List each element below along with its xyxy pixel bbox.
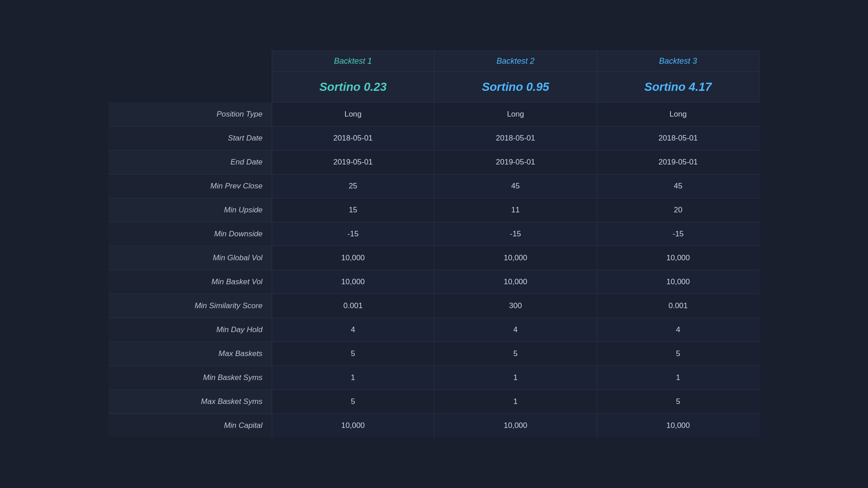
row-value-6-2: 10,000 <box>597 246 759 270</box>
table-row: Start Date2018-05-012018-05-012018-05-01 <box>108 127 760 150</box>
row-value-4-1: 11 <box>434 198 597 222</box>
sortino-row: Sortino 0.23 Sortino 0.95 Sortino 4.17 <box>108 72 760 103</box>
table-row: Max Basket Syms515 <box>108 390 760 414</box>
backtest-2-header: Backtest 2 <box>434 51 597 72</box>
row-value-9-0: 4 <box>272 318 434 342</box>
row-value-6-0: 10,000 <box>272 246 434 270</box>
table-row: Min Day Hold444 <box>108 318 760 342</box>
row-value-0-0: Long <box>272 103 434 127</box>
row-value-12-2: 5 <box>597 390 759 414</box>
row-value-1-1: 2018-05-01 <box>434 127 597 150</box>
row-value-11-0: 1 <box>272 366 434 390</box>
row-value-13-0: 10,000 <box>272 414 434 438</box>
row-value-5-2: -15 <box>597 222 759 246</box>
row-value-8-0: 0.001 <box>272 294 434 318</box>
row-value-9-1: 4 <box>434 318 597 342</box>
row-value-10-2: 5 <box>597 342 759 366</box>
table-row: Min Downside-15-15-15 <box>108 222 760 246</box>
row-value-0-2: Long <box>597 103 759 127</box>
sortino-label-empty <box>108 72 272 103</box>
row-label-9: Min Day Hold <box>108 318 272 342</box>
row-value-5-0: -15 <box>272 222 434 246</box>
row-value-11-1: 1 <box>434 366 597 390</box>
row-value-8-1: 300 <box>434 294 597 318</box>
backtest-1-header: Backtest 1 <box>272 51 434 72</box>
table-row: End Date2019-05-012019-05-012019-05-01 <box>108 150 760 174</box>
row-value-3-0: 25 <box>272 174 434 198</box>
sortino-3-value: Sortino 4.17 <box>597 72 759 103</box>
row-label-7: Min Basket Vol <box>108 270 272 294</box>
row-label-12: Max Basket Syms <box>108 390 272 414</box>
row-value-2-1: 2019-05-01 <box>434 150 597 174</box>
row-label-1: Start Date <box>108 127 272 150</box>
row-value-3-1: 45 <box>434 174 597 198</box>
row-value-7-1: 10,000 <box>434 270 597 294</box>
row-value-3-2: 45 <box>597 174 759 198</box>
table-row: Min Global Vol10,00010,00010,000 <box>108 246 760 270</box>
row-value-8-2: 0.001 <box>597 294 759 318</box>
row-value-11-2: 1 <box>597 366 759 390</box>
backtest-3-header: Backtest 3 <box>597 51 759 72</box>
row-label-3: Min Prev Close <box>108 174 272 198</box>
table-row: Min Capital10,00010,00010,000 <box>108 414 760 438</box>
row-label-5: Min Downside <box>108 222 272 246</box>
table-row: Min Similarity Score0.0013000.001 <box>108 294 760 318</box>
row-value-13-2: 10,000 <box>597 414 759 438</box>
row-label-13: Min Capital <box>108 414 272 438</box>
row-label-4: Min Upside <box>108 198 272 222</box>
row-value-2-2: 2019-05-01 <box>597 150 759 174</box>
row-value-0-1: Long <box>434 103 597 127</box>
row-value-1-2: 2018-05-01 <box>597 127 759 150</box>
row-value-1-0: 2018-05-01 <box>272 127 434 150</box>
label-column-header <box>108 51 272 72</box>
row-value-10-1: 5 <box>434 342 597 366</box>
row-value-13-1: 10,000 <box>434 414 597 438</box>
row-value-4-0: 15 <box>272 198 434 222</box>
row-value-12-1: 1 <box>434 390 597 414</box>
table-row: Min Basket Vol10,00010,00010,000 <box>108 270 760 294</box>
row-value-5-1: -15 <box>434 222 597 246</box>
sortino-1-value: Sortino 0.23 <box>272 72 434 103</box>
table-row: Min Prev Close254545 <box>108 174 760 198</box>
row-value-12-0: 5 <box>272 390 434 414</box>
row-value-10-0: 5 <box>272 342 434 366</box>
row-value-7-2: 10,000 <box>597 270 759 294</box>
row-label-11: Min Basket Syms <box>108 366 272 390</box>
table-row: Position TypeLongLongLong <box>108 103 760 127</box>
row-value-2-0: 2019-05-01 <box>272 150 434 174</box>
table-row: Min Basket Syms111 <box>108 366 760 390</box>
row-value-9-2: 4 <box>597 318 759 342</box>
row-value-7-0: 10,000 <box>272 270 434 294</box>
comparison-table: Backtest 1 Backtest 2 Backtest 3 Sortino… <box>108 51 760 437</box>
row-label-10: Max Baskets <box>108 342 272 366</box>
sortino-2-value: Sortino 0.95 <box>434 72 597 103</box>
table-row: Max Baskets555 <box>108 342 760 366</box>
row-label-8: Min Similarity Score <box>108 294 272 318</box>
table-row: Min Upside151120 <box>108 198 760 222</box>
row-label-2: End Date <box>108 150 272 174</box>
row-label-6: Min Global Vol <box>108 246 272 270</box>
row-label-0: Position Type <box>108 103 272 127</box>
header-row: Backtest 1 Backtest 2 Backtest 3 <box>108 51 760 72</box>
row-value-6-1: 10,000 <box>434 246 597 270</box>
row-value-4-2: 20 <box>597 198 759 222</box>
